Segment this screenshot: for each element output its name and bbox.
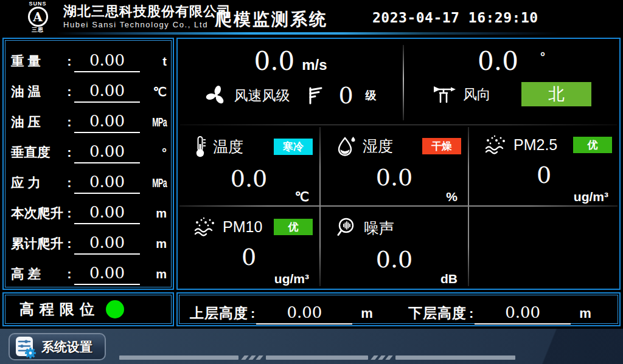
metric-value: 0.00	[74, 173, 140, 194]
droplet-icon	[336, 135, 357, 157]
header: SUNS A 三思 湖北三思科技股份有限公司 Hubei Sansi Techn…	[0, 0, 623, 35]
lower-height-value: 0.00	[475, 303, 571, 325]
metric-unit: MPa	[150, 115, 167, 129]
wind-direction-reading: 0.0 °	[403, 46, 619, 76]
wind-speed-reading: 0.0 m/s	[178, 46, 403, 76]
metric-unit: °	[140, 146, 167, 160]
grid-divider-vertical-1	[319, 127, 321, 286]
layer-height-panel: 上层高度: 0.00 m 下层高度: 0.00 m	[176, 292, 621, 326]
metric-unit: m	[140, 207, 167, 221]
wind-speed-label: 风速风级	[234, 86, 290, 105]
metric-row-height-diff: 高 差: 0.00 m	[11, 255, 167, 286]
pm10-status-badge: 优	[274, 219, 313, 235]
metric-unit: t	[140, 55, 167, 69]
metric-label: 油 温	[11, 83, 64, 100]
settings-button-label: 系统设置	[41, 338, 92, 355]
thermometer-icon	[193, 135, 207, 158]
environment-panel: 0.0 m/s 风速风级	[176, 38, 621, 290]
metrics-panel: 重 量: 0.00 t 油 温: 0.00 ℃ 油 压: 0.00 MPa 垂直…	[2, 38, 174, 290]
wind-level-unit: 级	[366, 88, 377, 103]
metric-unit: m	[140, 237, 167, 251]
wind-direction-unit: °	[540, 50, 545, 64]
cell-label: 噪声	[364, 218, 394, 238]
metric-label: 油 压	[11, 113, 64, 131]
monitor-screen: SUNS A 三思 湖北三思科技股份有限公司 Hubei Sansi Techn…	[0, 0, 623, 364]
footer-stripe	[119, 355, 515, 360]
metric-row-total-climb: 累计爬升: 0.00 m	[11, 225, 167, 255]
metric-row-oil-pressure: 油 压: 0.00 MPa	[11, 103, 167, 134]
cell-label: 湿度	[363, 136, 393, 156]
wind-speed-unit: m/s	[302, 57, 327, 74]
temperature-value: 0.0	[179, 165, 319, 192]
elevation-limit-label: 高程限位	[19, 300, 100, 319]
pm25-unit: ug/m³	[574, 190, 608, 204]
metric-unit: MPa	[150, 176, 167, 190]
fan-icon	[204, 84, 228, 107]
grid-divider-horizontal-mid	[179, 205, 618, 207]
metric-label: 高 差	[11, 265, 64, 283]
pm25-value: 0	[470, 162, 618, 188]
upper-height-unit: m	[361, 306, 373, 321]
header-divider	[0, 32, 623, 35]
company-name-cn: 湖北三思科技股份有限公司	[63, 4, 231, 19]
metrics-list: 重 量: 0.00 t 油 温: 0.00 ℃ 油 压: 0.00 MPa 垂直…	[11, 43, 167, 286]
humidity-unit: %	[446, 190, 458, 204]
logo-circle: A	[28, 7, 48, 27]
metric-row-weight: 重 量: 0.00 t	[11, 43, 167, 73]
metric-value: 0.00	[74, 81, 140, 103]
logo-symbol: A	[33, 11, 43, 23]
grid-divider-vertical-2	[468, 127, 469, 286]
pm10-unit: ug/m³	[274, 272, 309, 286]
temperature-status-badge: 寒冷	[274, 139, 313, 155]
pm10-value: 0	[179, 244, 319, 270]
upper-height-group: 上层高度: 0.00 m	[190, 303, 373, 325]
metric-label: 本次爬升	[11, 204, 64, 222]
humidity-value: 0.0	[321, 164, 467, 191]
metric-label: 应 力	[11, 174, 64, 191]
metric-label: 重 量	[11, 52, 64, 70]
metric-row-current-climb: 本次爬升: 0.00 m	[11, 194, 167, 225]
metric-unit: ℃	[140, 84, 167, 99]
env-cell-noise: 噪声 0.0 dB	[321, 207, 467, 287]
metric-unit: m	[140, 267, 167, 281]
temperature-unit: ℃	[294, 190, 309, 204]
cell-label: PM2.5	[513, 136, 557, 154]
metric-label: 累计爬升	[11, 235, 64, 252]
footer-bar: 系统设置	[0, 329, 623, 364]
metric-value: 0.00	[74, 233, 140, 255]
wind-direction-badge: 北	[521, 82, 591, 106]
system-settings-button[interactable]: 系统设置	[9, 333, 106, 360]
metric-row-stress: 应 力: 0.00 MPa	[11, 164, 167, 194]
pm25-status-badge: 优	[573, 137, 612, 153]
env-cell-temperature: 温度 寒冷 0.0 ℃	[179, 125, 319, 205]
wind-speed-value: 0.0	[254, 46, 294, 76]
dust-icon	[484, 135, 507, 154]
noise-value: 0.0	[321, 246, 467, 273]
wind-level-value: 0	[338, 82, 353, 109]
lower-height-label: 下层高度	[408, 304, 467, 323]
wind-level-icon	[307, 85, 322, 106]
wind-direction-section: 0.0 °	[403, 39, 619, 124]
elevation-limit-panel: 高程限位	[2, 292, 174, 326]
limit-indicator-light	[106, 300, 124, 318]
wind-direction-label: 风向	[463, 85, 491, 104]
metric-value: 0.00	[74, 264, 140, 285]
suns-logo-icon: SUNS A 三思	[16, 1, 60, 33]
metric-label: 垂直度	[11, 143, 64, 161]
metric-row-verticality: 垂直度: 0.00 °	[11, 134, 167, 164]
metric-value: 0.00	[74, 112, 140, 133]
metric-value: 0.00	[74, 142, 140, 163]
logo-top-text: SUNS	[16, 1, 60, 7]
metric-value: 0.00	[74, 203, 140, 224]
wind-speed-section: 0.0 m/s 风速风级	[178, 39, 403, 124]
datetime-display: 2023-04-17 16:29:10	[372, 10, 538, 26]
company-name: 湖北三思科技股份有限公司 Hubei Sansi Technology Co.,…	[63, 4, 231, 30]
env-cell-humidity: 湿度 干燥 0.0 %	[321, 125, 467, 205]
lower-height-group: 下层高度: 0.00 m	[408, 303, 591, 325]
upper-height-label: 上层高度	[190, 304, 248, 323]
settings-sliders-icon	[15, 335, 37, 359]
humidity-status-badge: 干燥	[422, 138, 461, 154]
metric-value: 0.00	[74, 51, 140, 72]
metric-row-oil-temp: 油 温: 0.00 ℃	[11, 73, 167, 103]
env-cell-pm25: PM2.5 优 0 ug/m³	[470, 125, 618, 205]
